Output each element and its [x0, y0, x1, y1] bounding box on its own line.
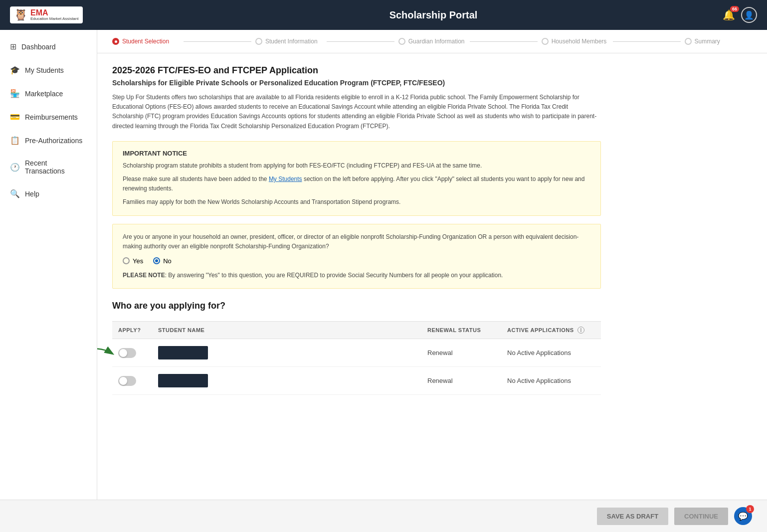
logo: 🦉 EMA Education Market Assistant [10, 6, 83, 23]
continue-button[interactable]: CONTINUE [674, 508, 728, 525]
sidebar-item-label: Marketplace [25, 90, 63, 98]
my-students-link[interactable]: My Students [269, 176, 302, 182]
table-row: Renewal No Active Applications [112, 339, 601, 367]
table-cell-active-1: No Active Applications [501, 339, 601, 367]
sidebar-item-recent-transactions[interactable]: 🕐 Recent Transactions [0, 152, 97, 182]
logo-ema: EMA [30, 9, 79, 17]
sidebar-item-dashboard[interactable]: ⊞ Dashboard [0, 35, 97, 58]
sidebar-item-help[interactable]: 🔍 Help [0, 182, 97, 205]
students-icon: 🎓 [10, 65, 20, 75]
step-student-information[interactable]: Student Information [255, 38, 323, 45]
step-label-3: Guardian Information [408, 38, 465, 45]
step-circle-2 [255, 38, 262, 45]
table-cell-name-2 [152, 367, 421, 395]
step-line-2 [327, 41, 394, 42]
header-icons: 🔔 66 👤 [723, 7, 757, 23]
owl-icon: 🦉 [14, 8, 27, 21]
step-label-2: Student Information [265, 38, 318, 45]
step-label-5: Summary [695, 38, 720, 45]
dashboard-icon: ⊞ [10, 42, 16, 51]
step-circle-3 [398, 38, 405, 45]
sidebar-item-label: Dashboard [21, 43, 56, 51]
page-content: 2025-2026 FTC/FES-EO and FTCPEP Applicat… [97, 53, 616, 417]
step-circle-4 [542, 38, 549, 45]
notification-button[interactable]: 🔔 66 [723, 9, 735, 21]
important-notice-line-1: Scholarship program statute prohibits a … [123, 161, 590, 171]
important-notice-line-2: Please make sure all students have been … [123, 175, 590, 193]
step-label-1: Student Selection [122, 38, 169, 45]
step-line-3 [470, 41, 537, 42]
col-header-name: STUDENT NAME [152, 322, 421, 339]
table-cell-apply-1 [112, 339, 152, 367]
logo-text: EMA Education Market Assistant [30, 9, 79, 21]
content-area: Student Selection Student Information Gu… [97, 30, 767, 500]
sidebar-item-label: Help [25, 190, 39, 198]
radio-no-label: No [163, 257, 172, 265]
step-line-1 [184, 41, 251, 42]
sidebar-item-reimbursements[interactable]: 💳 Reimbursements [0, 105, 97, 129]
notification-badge: 66 [730, 6, 739, 12]
student-name-1 [158, 346, 208, 359]
radio-no-circle[interactable] [153, 257, 160, 264]
sidebar-item-pre-authorizations[interactable]: 📋 Pre-Authorizations [0, 129, 97, 152]
radio-group: Yes No [123, 257, 590, 265]
page-title: Scholarship Portal [389, 9, 478, 21]
stepper: Student Selection Student Information Gu… [97, 30, 767, 53]
pre-auth-icon: 📋 [10, 136, 20, 145]
col-header-active-apps: ACTIVE APPLICATIONS i [501, 322, 601, 339]
marketplace-icon: 🏪 [10, 89, 20, 98]
please-note-body: : By answering "Yes" to this question, y… [165, 272, 503, 279]
students-table: APPLY? STUDENT NAME RENEWAL STATUS ACTIV… [112, 321, 601, 395]
table-cell-name-1 [152, 339, 421, 367]
step-guardian-information[interactable]: Guardian Information [398, 38, 466, 45]
col-header-renewal: RENEWAL STATUS [421, 322, 501, 339]
table-cell-renewal-2: Renewal [421, 367, 501, 395]
step-student-selection[interactable]: Student Selection [112, 38, 180, 45]
help-chat-button[interactable]: 💬 1 [734, 507, 752, 525]
please-note-text: PLEASE NOTE: By answering "Yes" to this … [123, 271, 590, 280]
step-circle-1 [112, 38, 119, 45]
application-title: 2025-2026 FTC/FES-EO and FTCPEP Applicat… [112, 65, 601, 76]
table-row: Renewal No Active Applications [112, 367, 601, 395]
help-badge: 1 [746, 505, 754, 513]
sidebar-item-marketplace[interactable]: 🏪 Marketplace [0, 82, 97, 105]
please-note-label: PLEASE NOTE [123, 272, 165, 279]
save-as-draft-button[interactable]: SAVE AS DRAFT [597, 508, 668, 525]
table-cell-active-2: No Active Applications [501, 367, 601, 395]
student-name-2 [158, 374, 208, 387]
active-apps-info-icon[interactable]: i [577, 327, 584, 334]
col-header-apply: APPLY? [112, 322, 152, 339]
radio-no[interactable]: No [153, 257, 172, 265]
important-notice-line-3: Families may apply for both the New Worl… [123, 197, 590, 207]
radio-yes-label: Yes [133, 257, 143, 265]
important-notice-box: IMPORTANT NOTICE Scholarship program sta… [112, 141, 601, 216]
step-line-4 [613, 41, 680, 42]
help-icon: 🔍 [10, 189, 20, 198]
header: 🦉 EMA Education Market Assistant Scholar… [0, 0, 767, 30]
question-text: Are you or anyone in your household an o… [123, 232, 590, 251]
main-layout: ⊞ Dashboard 🎓 My Students 🏪 Marketplace … [0, 30, 767, 500]
user-profile-button[interactable]: 👤 [741, 7, 757, 23]
sidebar: ⊞ Dashboard 🎓 My Students 🏪 Marketplace … [0, 30, 97, 500]
sidebar-item-my-students[interactable]: 🎓 My Students [0, 58, 97, 82]
radio-yes[interactable]: Yes [123, 257, 143, 265]
transactions-icon: 🕐 [10, 163, 20, 172]
toggle-student-2[interactable] [118, 376, 136, 386]
radio-yes-circle[interactable] [123, 257, 130, 264]
step-household-members[interactable]: Household Members [542, 38, 609, 45]
sidebar-item-label: Recent Transactions [25, 159, 87, 175]
toggle-student-1[interactable] [118, 348, 136, 358]
footer: SAVE AS DRAFT CONTINUE 💬 1 [0, 500, 767, 532]
table-cell-apply-2 [112, 367, 152, 395]
application-description: Step Up For Students offers two scholars… [112, 93, 601, 131]
step-label-4: Household Members [552, 38, 607, 45]
sidebar-item-label: Pre-Authorizations [25, 137, 82, 145]
applying-section-title: Who are you applying for? [112, 301, 601, 311]
sidebar-item-label: Reimbursements [25, 113, 78, 121]
application-subtitle: Scholarships for Eligible Private School… [112, 79, 601, 87]
step-circle-5 [685, 38, 692, 45]
sidebar-item-label: My Students [25, 66, 64, 74]
step-summary[interactable]: Summary [685, 38, 752, 45]
important-notice-title: IMPORTANT NOTICE [123, 150, 590, 157]
question-box: Are you or anyone in your household an o… [112, 224, 601, 289]
